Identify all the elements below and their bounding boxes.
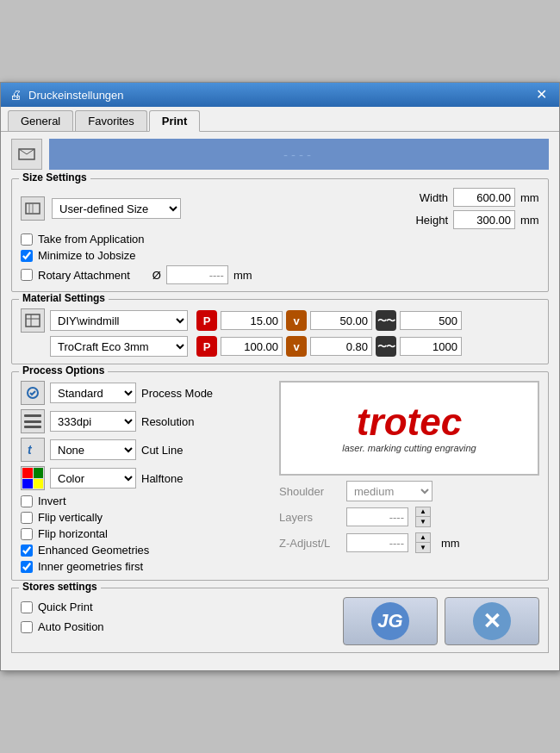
resolution-select[interactable]: 333dpi xyxy=(50,411,136,432)
rotary-row: Rotary Attachment Ø mm xyxy=(21,265,539,284)
resolution-row: 333dpi Resolution xyxy=(21,409,271,433)
size-dropdown[interactable]: User-defined Size xyxy=(52,198,181,219)
p2-input[interactable] xyxy=(221,337,283,356)
tab-general[interactable]: General xyxy=(8,110,73,131)
cancel-symbol: ✕ xyxy=(482,608,501,635)
process-left: Standard Process Mode xyxy=(21,381,271,573)
stores-checkboxes: Quick Print Auto Position xyxy=(21,597,104,633)
cut-line-label: Cut Line xyxy=(141,444,271,457)
window-title: Druckeinstellungen xyxy=(28,89,124,102)
zadjust-row: Z-Adjust/L ▲ ▼ mm xyxy=(279,532,539,553)
trotec-logo: trotec laser. marking cutting engraving xyxy=(335,396,483,460)
flip-v-checkbox[interactable] xyxy=(21,512,33,524)
height-row: Height mm xyxy=(412,210,539,229)
material-row-2: TroCraft Eco 3mm P v 〜〜 xyxy=(50,336,539,357)
take-from-app-checkbox[interactable] xyxy=(21,233,33,246)
stores-settings-title: Stores settings xyxy=(19,581,101,593)
zadjust-up-btn[interactable]: ▲ xyxy=(416,533,430,543)
enhanced-label: Enhanced Geometries xyxy=(38,544,149,557)
size-row: User-defined Size Width mm Height mm xyxy=(21,188,539,229)
ok-icon: JG xyxy=(371,602,409,640)
layers-up-btn[interactable]: ▲ xyxy=(416,507,430,517)
close-button[interactable]: ✕ xyxy=(532,88,551,102)
content-area: ---- Size Settings User-defined Size Wid… xyxy=(1,132,559,670)
flip-h-row: Flip horizontal xyxy=(21,527,271,540)
flip-v-row: Flip vertically xyxy=(21,511,271,524)
height-unit: mm xyxy=(520,214,539,227)
auto-position-label: Auto Position xyxy=(38,620,104,633)
tab-bar: General Favorites Print xyxy=(1,107,559,132)
flip-h-checkbox[interactable] xyxy=(21,528,33,540)
diam-symbol: Ø xyxy=(144,269,161,282)
m2-input[interactable] xyxy=(400,337,462,356)
zadjust-label: Z-Adjust/L xyxy=(279,537,339,550)
process-layout: Standard Process Mode xyxy=(21,381,539,573)
width-input[interactable] xyxy=(453,188,515,207)
enhanced-checkbox[interactable] xyxy=(21,545,33,557)
process-mode-label: Process Mode xyxy=(141,387,271,400)
printer-icon: 🖨 xyxy=(9,88,23,102)
minimize-label: Minimize to Jobsize xyxy=(38,249,135,262)
tab-favorites[interactable]: Favorites xyxy=(75,110,146,131)
layers-down-btn[interactable]: ▼ xyxy=(416,517,430,526)
shoulder-select[interactable]: medium xyxy=(346,481,432,501)
height-input[interactable] xyxy=(453,210,515,229)
v1-input[interactable] xyxy=(310,311,372,330)
halftone-select[interactable]: Color xyxy=(50,468,136,489)
ok-button[interactable]: JG xyxy=(343,597,438,645)
cancel-button[interactable]: ✕ xyxy=(445,597,539,645)
svg-rect-6 xyxy=(26,314,40,327)
enhanced-row: Enhanced Geometries xyxy=(21,544,271,557)
param-group-1: P v 〜〜 xyxy=(196,310,462,331)
process-mode-select[interactable]: Standard xyxy=(50,383,136,403)
cut-line-select[interactable]: None xyxy=(50,439,136,460)
halftone-row: Color Halftone xyxy=(21,466,271,490)
svg-text:t: t xyxy=(28,443,33,457)
diam-input[interactable] xyxy=(166,265,228,284)
width-unit: mm xyxy=(520,191,539,204)
quick-print-checkbox[interactable] xyxy=(21,601,33,613)
quick-print-row: Quick Print xyxy=(21,601,104,613)
take-from-app-label: Take from Application xyxy=(38,233,145,246)
invert-row: Invert xyxy=(21,495,271,507)
material-dropdown-1[interactable]: DIY\windmill xyxy=(50,310,188,331)
v1-badge: v xyxy=(286,310,307,331)
preview-icon xyxy=(11,139,42,170)
auto-position-checkbox[interactable] xyxy=(21,621,33,633)
process-checkboxes: Invert Flip vertically Flip horizontal xyxy=(21,495,271,573)
process-mode-row: Standard Process Mode xyxy=(21,381,271,405)
layers-input[interactable] xyxy=(346,507,408,526)
size-icon xyxy=(21,196,45,221)
process-options-section: Process Options Standard Process Mode xyxy=(11,371,549,581)
zadjust-down-btn[interactable]: ▼ xyxy=(416,543,430,552)
tab-print[interactable]: Print xyxy=(149,110,201,132)
zadjust-input[interactable] xyxy=(346,533,408,552)
invert-checkbox[interactable] xyxy=(21,495,33,507)
p1-input[interactable] xyxy=(221,311,283,330)
quick-print-label: Quick Print xyxy=(38,601,93,613)
process-options-title: Process Options xyxy=(19,364,108,376)
m1-badge: 〜〜 xyxy=(376,310,396,331)
height-label: Height xyxy=(412,214,448,227)
minimize-checkbox[interactable] xyxy=(21,250,33,262)
halftone-icon xyxy=(21,466,45,490)
m2-badge: 〜〜 xyxy=(376,336,396,357)
process-right: trotec laser. marking cutting engraving … xyxy=(279,381,539,573)
material-dropdown-2[interactable]: TroCraft Eco 3mm xyxy=(50,336,188,357)
rotary-checkbox[interactable] xyxy=(21,269,33,281)
inner-row: Inner geometries first xyxy=(21,560,271,573)
m1-input[interactable] xyxy=(400,311,462,330)
zadjust-spinner: ▲ ▼ xyxy=(415,532,431,553)
v2-input[interactable] xyxy=(310,337,372,356)
auto-position-row: Auto Position xyxy=(21,620,104,633)
material-settings-section: Material Settings DIY\windmill P v 〜〜 xyxy=(11,299,549,364)
preview-placeholder: ---- xyxy=(283,147,314,162)
preview-bar: ---- xyxy=(11,139,549,170)
zadjust-unit: mm xyxy=(441,537,460,550)
material-icon xyxy=(21,308,45,333)
resolution-label: Resolution xyxy=(141,415,271,428)
inner-checkbox[interactable] xyxy=(21,561,33,573)
material-settings-title: Material Settings xyxy=(19,292,109,304)
shoulder-label: Shoulder xyxy=(279,485,339,498)
v2-badge: v xyxy=(286,336,307,357)
